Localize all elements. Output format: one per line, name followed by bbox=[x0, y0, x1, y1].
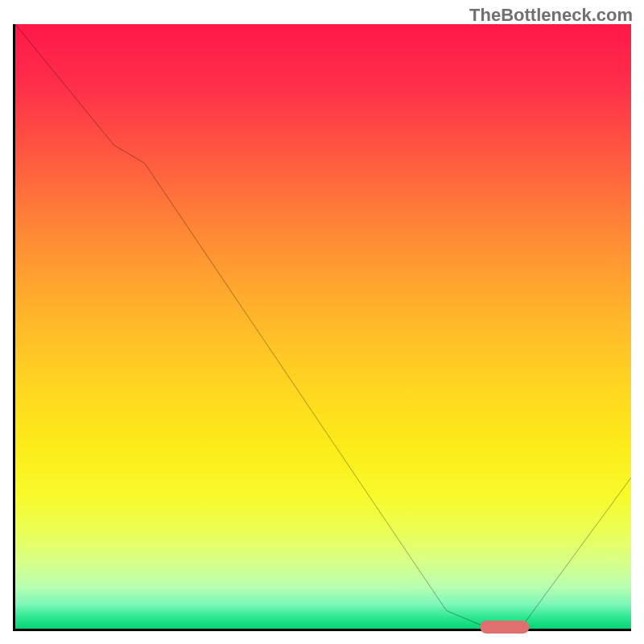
bottleneck-curve-path bbox=[15, 24, 631, 629]
watermark-text: TheBottleneck.com bbox=[469, 5, 633, 26]
optimal-range-marker bbox=[481, 621, 530, 634]
chart-plot-area bbox=[13, 24, 631, 631]
chart-curve bbox=[15, 24, 631, 629]
